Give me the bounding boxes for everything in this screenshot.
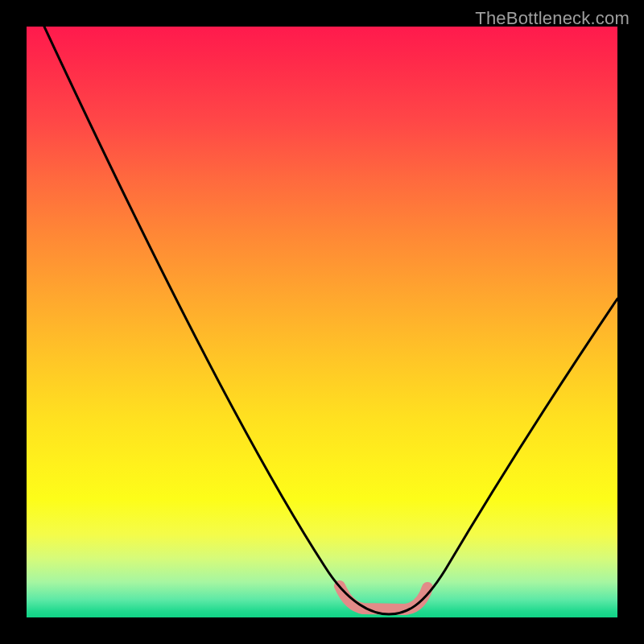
- bottleneck-curve: [44, 27, 617, 614]
- plot-area: [27, 27, 617, 617]
- chart-stage: TheBottleneck.com: [0, 0, 644, 644]
- curve-layer: [27, 27, 617, 617]
- watermark-label: TheBottleneck.com: [475, 8, 630, 29]
